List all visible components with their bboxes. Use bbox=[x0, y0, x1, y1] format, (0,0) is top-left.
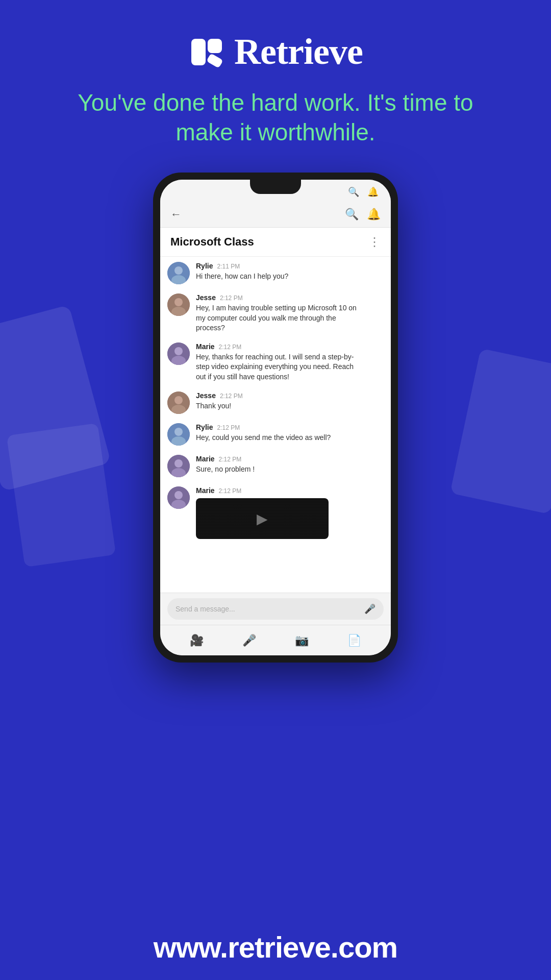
message-content: Jesse 2:12 PM Hey, I am having trouble s… bbox=[196, 293, 364, 333]
message-input-row[interactable]: Send a message... 🎤 bbox=[167, 598, 384, 620]
svg-point-4 bbox=[174, 266, 183, 275]
tagline: You've done the hard work. It's time to … bbox=[77, 88, 474, 147]
message-content: Rylie 2:11 PM Hi there, how can I help y… bbox=[196, 262, 288, 282]
message-meta: Marie 2:12 PM bbox=[196, 455, 255, 463]
message-content: Marie 2:12 PM bbox=[196, 486, 329, 539]
messages-area: Rylie 2:11 PM Hi there, how can I help y… bbox=[160, 257, 391, 593]
sender-name: Rylie bbox=[196, 262, 213, 270]
phone-container: 🔍 🔔 ← 🔍 🔔 Microsoft Class ⋮ bbox=[0, 173, 551, 663]
document-icon[interactable]: 📄 bbox=[347, 634, 361, 647]
avatar bbox=[167, 423, 190, 446]
bell-icon[interactable]: 🔔 bbox=[367, 186, 379, 198]
search-button[interactable]: 🔍 bbox=[345, 208, 359, 221]
avatar bbox=[167, 486, 190, 509]
svg-rect-0 bbox=[191, 39, 206, 65]
message-meta: Marie 2:12 PM bbox=[196, 486, 329, 495]
message-meta: Rylie 2:11 PM bbox=[196, 262, 288, 270]
video-thumbnail[interactable] bbox=[196, 498, 329, 539]
sender-name: Marie bbox=[196, 486, 215, 495]
message-input-placeholder[interactable]: Send a message... bbox=[176, 605, 359, 613]
message-row: Jesse 2:12 PM Thank you! bbox=[167, 391, 384, 414]
phone-inner: 🔍 🔔 ← 🔍 🔔 Microsoft Class ⋮ bbox=[160, 180, 391, 655]
message-time: 2:12 PM bbox=[217, 424, 240, 431]
message-time: 2:12 PM bbox=[219, 487, 242, 495]
message-meta: Rylie 2:12 PM bbox=[196, 423, 331, 431]
phone-outer: 🔍 🔔 ← 🔍 🔔 Microsoft Class ⋮ bbox=[153, 173, 398, 663]
website-url: www.retrieve.com bbox=[154, 930, 397, 964]
message-time: 2:12 PM bbox=[220, 295, 243, 302]
logo-icon bbox=[188, 34, 225, 70]
microphone-icon[interactable]: 🎤 bbox=[242, 634, 256, 647]
logo-text: Retrieve bbox=[234, 31, 363, 73]
chat-header: Microsoft Class ⋮ bbox=[160, 228, 391, 257]
search-icon[interactable]: 🔍 bbox=[348, 186, 359, 198]
message-row: Jesse 2:12 PM Hey, I am having trouble s… bbox=[167, 293, 384, 333]
avatar bbox=[167, 262, 190, 284]
message-meta: Jesse 2:12 PM bbox=[196, 391, 243, 400]
svg-point-19 bbox=[174, 459, 183, 468]
message-time: 2:12 PM bbox=[220, 393, 243, 400]
message-row: Rylie 2:11 PM Hi there, how can I help y… bbox=[167, 262, 384, 284]
message-time: 2:12 PM bbox=[219, 456, 242, 463]
message-content: Marie 2:12 PM Sure, no problem ! bbox=[196, 455, 255, 475]
avatar bbox=[167, 293, 190, 316]
svg-point-22 bbox=[174, 491, 183, 499]
message-text: Sure, no problem ! bbox=[196, 464, 255, 475]
nav-bar: ← 🔍 🔔 bbox=[160, 201, 391, 228]
footer: www.retrieve.com bbox=[0, 914, 551, 980]
message-text: Hi there, how can I help you? bbox=[196, 272, 288, 282]
svg-rect-1 bbox=[208, 39, 222, 53]
message-content: Jesse 2:12 PM Thank you! bbox=[196, 391, 243, 411]
back-button[interactable]: ← bbox=[170, 208, 182, 221]
message-text: Thank you! bbox=[196, 401, 243, 411]
svg-point-7 bbox=[174, 298, 183, 306]
message-meta: Jesse 2:12 PM bbox=[196, 293, 364, 302]
message-text: Hey, I am having trouble setting up Micr… bbox=[196, 303, 364, 333]
sender-name: Jesse bbox=[196, 391, 216, 400]
message-content: Rylie 2:12 PM Hey, could you send me the… bbox=[196, 423, 331, 443]
avatar bbox=[167, 455, 190, 477]
image-icon[interactable]: 📷 bbox=[295, 634, 309, 647]
message-input-area: Send a message... 🎤 bbox=[160, 593, 391, 625]
logo-row: Retrieve bbox=[188, 31, 363, 73]
message-text: Hey, thanks for reaching out. I will sen… bbox=[196, 352, 364, 382]
more-options-icon[interactable]: ⋮ bbox=[368, 235, 381, 249]
phone-notch bbox=[250, 180, 301, 194]
message-row: Marie 2:12 PM Sure, no problem ! bbox=[167, 455, 384, 477]
svg-point-16 bbox=[174, 428, 183, 436]
video-camera-icon[interactable]: 🎥 bbox=[190, 634, 204, 647]
message-row: Rylie 2:12 PM Hey, could you send me the… bbox=[167, 423, 384, 446]
header: Retrieve You've done the hard work. It's… bbox=[0, 0, 551, 167]
notification-button[interactable]: 🔔 bbox=[367, 208, 381, 221]
sender-name: Marie bbox=[196, 455, 215, 463]
message-content: Marie 2:12 PM Hey, thanks for reaching o… bbox=[196, 342, 364, 382]
svg-point-13 bbox=[174, 396, 183, 404]
bottom-toolbar: 🎥 🎤 📷 📄 bbox=[160, 625, 391, 655]
sender-name: Rylie bbox=[196, 423, 213, 431]
message-text: Hey, could you send me the video as well… bbox=[196, 433, 331, 443]
svg-point-10 bbox=[174, 347, 183, 355]
mic-icon[interactable]: 🎤 bbox=[364, 603, 375, 615]
message-row: Marie 2:12 PM bbox=[167, 486, 384, 539]
chat-title: Microsoft Class bbox=[170, 235, 368, 249]
sender-name: Marie bbox=[196, 342, 215, 351]
message-meta: Marie 2:12 PM bbox=[196, 342, 364, 351]
sender-name: Jesse bbox=[196, 293, 216, 302]
message-row: Marie 2:12 PM Hey, thanks for reaching o… bbox=[167, 342, 384, 382]
message-time: 2:12 PM bbox=[219, 344, 242, 351]
svg-rect-2 bbox=[206, 53, 223, 68]
message-time: 2:11 PM bbox=[217, 263, 240, 270]
avatar bbox=[167, 391, 190, 414]
avatar bbox=[167, 342, 190, 365]
